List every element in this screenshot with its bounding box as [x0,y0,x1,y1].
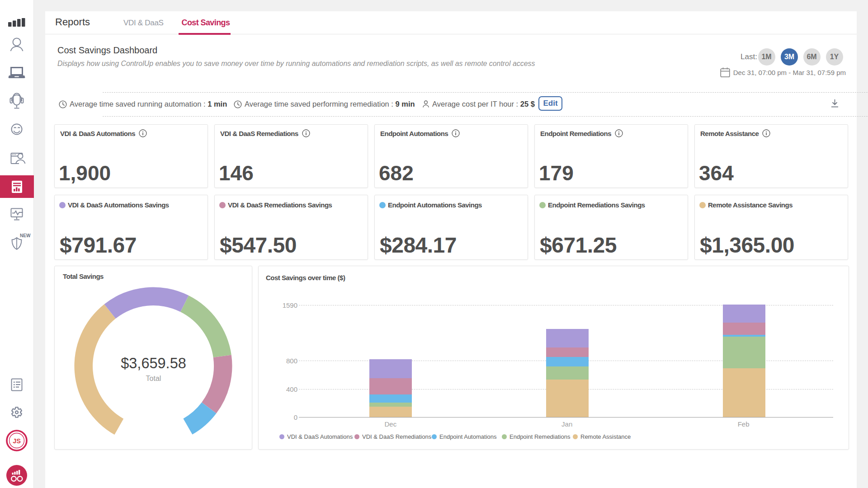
svg-text:NEW: NEW [20,233,31,238]
svg-text:JS: JS [13,437,21,445]
